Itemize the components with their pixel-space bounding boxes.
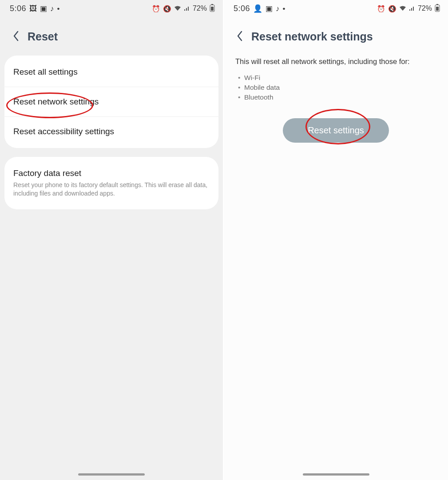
phone-screen-reset-network: 5:06 👤 ▣ ♪ • ⏰ 🔇 72% Reset network setti… xyxy=(224,0,448,480)
mute-icon: 🔇 xyxy=(388,5,396,12)
list-item-label: Reset accessibility settings xyxy=(13,127,114,136)
status-left: 5:06 👤 ▣ ♪ • xyxy=(234,4,285,13)
reset-accessibility-settings-item[interactable]: Reset accessibility settings xyxy=(4,116,218,146)
reset-all-settings-item[interactable]: Reset all settings xyxy=(4,57,218,87)
battery-icon xyxy=(435,4,440,13)
reset-settings-button[interactable]: Reset settings xyxy=(283,118,389,143)
wifi-icon xyxy=(399,5,406,12)
bullet-mobile-data: Mobile data xyxy=(238,83,448,92)
back-button[interactable] xyxy=(236,31,243,43)
status-bar: 5:06 👤 ▣ ♪ • ⏰ 🔇 72% xyxy=(224,0,448,17)
signal-icon xyxy=(184,5,190,12)
svg-rect-1 xyxy=(211,7,214,11)
dot-icon: • xyxy=(283,5,285,12)
bullet-wifi: Wi-Fi xyxy=(238,73,448,83)
page-title: Reset network settings xyxy=(251,30,373,43)
list-item-label: Reset network settings xyxy=(13,97,99,106)
chevron-left-icon xyxy=(12,31,20,41)
battery-percent: 72% xyxy=(418,4,432,12)
music-note-icon: ♪ xyxy=(50,5,54,12)
profile-icon: 👤 xyxy=(253,5,262,12)
status-time: 5:06 xyxy=(234,4,250,13)
signal-icon xyxy=(409,5,415,12)
alarm-icon: ⏰ xyxy=(377,5,385,12)
wifi-icon xyxy=(174,5,181,12)
factory-reset-card: Factory data reset Reset your phone to i… xyxy=(4,157,218,209)
reset-network-settings-item[interactable]: Reset network settings xyxy=(4,87,218,116)
apps-icon: ▣ xyxy=(266,5,273,12)
page-title: Reset xyxy=(28,30,58,43)
status-bar: 5:06 🖼 ▣ ♪ • ⏰ 🔇 72% xyxy=(0,0,223,17)
image-icon: 🖼 xyxy=(29,5,37,12)
status-right: ⏰ 🔇 72% xyxy=(377,4,440,13)
bullet-bluetooth: Bluetooth xyxy=(238,92,448,102)
chevron-left-icon xyxy=(236,31,243,41)
header: Reset network settings xyxy=(224,17,448,56)
list-item-subtitle: Reset your phone to its factory default … xyxy=(13,181,210,198)
battery-percent: 72% xyxy=(193,4,207,12)
list-item-label: Reset all settings xyxy=(13,67,78,76)
intro-text: This will reset all network settings, in… xyxy=(224,56,448,70)
status-right: ⏰ 🔇 72% xyxy=(152,4,215,13)
mute-icon: 🔇 xyxy=(163,5,171,12)
svg-rect-4 xyxy=(436,7,439,11)
header: Reset xyxy=(0,17,223,56)
button-label: Reset settings xyxy=(308,125,364,135)
status-time: 5:06 xyxy=(10,4,26,13)
reset-options-card: Reset all settings Reset network setting… xyxy=(4,56,218,148)
back-button[interactable] xyxy=(12,31,20,43)
dot-icon: • xyxy=(57,5,60,12)
reset-scope-list: Wi-Fi Mobile data Bluetooth xyxy=(224,70,448,102)
phone-screen-reset: 5:06 🖼 ▣ ♪ • ⏰ 🔇 72% Reset xyxy=(0,0,224,480)
status-left: 5:06 🖼 ▣ ♪ • xyxy=(10,4,60,13)
home-indicator[interactable] xyxy=(78,473,145,476)
battery-icon xyxy=(210,4,215,13)
home-indicator[interactable] xyxy=(303,473,369,476)
svg-rect-5 xyxy=(436,4,438,5)
factory-data-reset-item[interactable]: Factory data reset Reset your phone to i… xyxy=(4,159,218,208)
music-note-icon: ♪ xyxy=(276,5,280,12)
alarm-icon: ⏰ xyxy=(152,5,160,12)
svg-rect-2 xyxy=(211,4,213,5)
list-item-label: Factory data reset xyxy=(13,168,81,178)
apps-icon: ▣ xyxy=(40,5,47,12)
